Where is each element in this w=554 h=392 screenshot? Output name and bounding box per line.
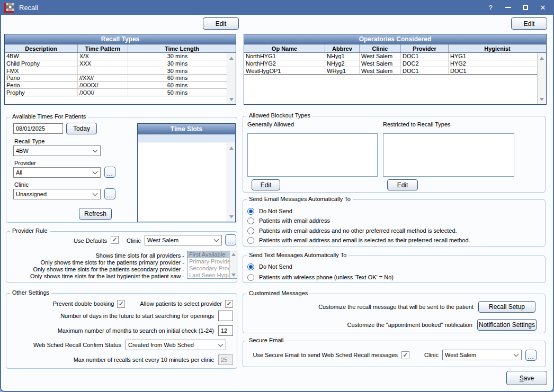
time-slots-title: Time Slots — [138, 124, 235, 134]
email-option-no-other-preferred[interactable]: Patients with email address and no other… — [247, 226, 457, 235]
radio-icon[interactable] — [247, 274, 254, 281]
send-text-group: Send Text Messages Automatically To Do N… — [243, 256, 546, 283]
use-secure-email-checkbox[interactable] — [401, 351, 409, 359]
confirm-status-select[interactable]: Created from Web Sched — [126, 340, 226, 350]
close-icon[interactable]: ✕ — [539, 3, 547, 12]
double-booking-row: Prevent double booking Allow patients to… — [6, 299, 237, 308]
use-defaults-checkbox[interactable] — [111, 236, 119, 244]
time-slots-scrollbar[interactable] — [227, 143, 235, 222]
text-option-do-not-send[interactable]: Do Not Send — [247, 262, 292, 271]
cell-op-name: WestHygOP1 — [244, 67, 325, 74]
scroll-down-icon[interactable] — [230, 272, 237, 278]
email-option-with-address[interactable]: Patients with email address — [247, 216, 330, 225]
radio-selected-icon[interactable] — [247, 263, 254, 270]
restricted-listbox[interactable] — [383, 133, 514, 177]
radio-selected-icon[interactable] — [247, 208, 254, 215]
clinic-select[interactable]: Unassigned — [13, 189, 101, 199]
cell-clinic: West Salem — [360, 67, 401, 74]
scroll-up-icon[interactable] — [230, 251, 237, 258]
secure-email-clinic-picker-button[interactable]: ... — [525, 350, 537, 361]
rule-description: Only shows time slots for the patients s… — [6, 266, 184, 272]
cell-time-length: 60 mins — [128, 75, 227, 81]
confirm-status-label: Web Sched Recall Confirm Status — [33, 342, 121, 348]
cell-description: Pano — [5, 75, 78, 81]
secure-email-clinic-select[interactable]: West Salem — [442, 350, 522, 360]
provider-rule-listbox[interactable]: First Available Primary Provider Seconda… — [187, 251, 237, 279]
email-option-email-preferred[interactable]: Patients with email address and email is… — [247, 236, 470, 244]
provider-select[interactable]: All — [13, 167, 101, 178]
other-settings-group: Other Settings Prevent double booking Al… — [6, 293, 237, 369]
restricted-label: Restricted to Recall Types — [383, 121, 451, 127]
edit-restricted-button[interactable]: Edit — [387, 179, 418, 190]
max-months-input[interactable] — [218, 325, 233, 336]
provider-rule-clinic-select[interactable]: West Salem — [145, 235, 222, 245]
refresh-button[interactable]: Refresh — [79, 208, 112, 220]
table-row[interactable]: Child Prophy XXX 30 mins — [5, 60, 227, 68]
provider-rule-clinic-picker-button[interactable]: ... — [225, 234, 236, 245]
scroll-up-icon[interactable] — [538, 54, 546, 62]
scroll-down-icon[interactable] — [227, 95, 236, 103]
minimize-icon[interactable] — [504, 3, 512, 12]
max-recalls-row: Max number of recalls sent every 10 minu… — [6, 354, 237, 366]
table-row[interactable]: NorthHYG1 NHyg1 West Salem DOC1 HYG1 — [244, 53, 537, 60]
provider-rule-clinic-value: West Salem — [147, 237, 178, 243]
table-row[interactable]: FMX 30 mins — [5, 67, 227, 75]
scroll-down-icon[interactable] — [227, 213, 235, 221]
table-row[interactable]: Prophy /XXX/ 50 mins — [5, 89, 227, 96]
help-icon[interactable]: ? — [487, 3, 494, 12]
recall-type-select[interactable]: 4BW — [13, 145, 101, 156]
operatories-scrollbar[interactable] — [537, 53, 546, 104]
clinic-picker-button[interactable]: ... — [104, 188, 115, 199]
cell-abbrev: WHyg1 — [325, 67, 360, 74]
recall-types-scrollbar[interactable] — [227, 53, 236, 104]
save-button-label: Save — [520, 375, 534, 382]
scroll-up-icon[interactable] — [227, 144, 235, 152]
edit-generally-allowed-button[interactable]: Edit — [252, 179, 280, 190]
generally-allowed-listbox[interactable] — [247, 133, 378, 177]
table-row[interactable]: NorthHYG2 NHyg2 West Salem DOC2 HYG2 — [244, 60, 537, 68]
max-months-label: Maximum number of months to search on in… — [58, 327, 214, 334]
save-button[interactable]: Save — [506, 371, 547, 385]
provider-picker-button[interactable]: ... — [104, 167, 115, 178]
email-option-do-not-send[interactable]: Do Not Send — [247, 207, 292, 215]
radio-icon[interactable] — [247, 227, 254, 234]
cell-hygienist: HYG1 — [449, 53, 537, 60]
text-option-wireless-phone[interactable]: Patients with wireless phone (unless 'Te… — [247, 273, 394, 281]
rule-description: Shows time slots for all providers - — [6, 252, 184, 259]
provider-rule-scrollbar[interactable] — [229, 251, 237, 278]
radio-icon[interactable] — [247, 217, 254, 224]
generally-allowed-label: Generally Allowed — [247, 121, 294, 127]
edit-recall-types-button[interactable]: Edit — [203, 17, 239, 30]
app-icon-grid — [6, 3, 14, 11]
table-row[interactable]: Pano //XX// 60 mins — [5, 75, 227, 82]
days-in-future-input[interactable] — [218, 311, 233, 321]
cell-abbrev: NHyg2 — [325, 60, 360, 67]
edit-operatories-button[interactable]: Edit — [511, 17, 547, 30]
table-row[interactable]: WestHygOP1 WHyg1 West Salem DOC1 DOC1 — [244, 67, 537, 75]
table-row[interactable]: Perio /XXXX/ 60 mins — [5, 82, 227, 89]
allow-select-provider-checkbox[interactable] — [225, 300, 233, 308]
cell-hygienist: DOC1 — [449, 67, 537, 74]
radio-icon[interactable] — [247, 237, 254, 244]
scroll-up-icon[interactable] — [227, 54, 236, 62]
cell-description: FMX — [5, 67, 78, 74]
confirm-status-value: Created from Web Sched — [128, 342, 194, 348]
prevent-double-booking-checkbox[interactable] — [117, 300, 125, 308]
customized-messages-label: Customized Messages — [247, 290, 310, 296]
maximize-icon[interactable] — [522, 3, 529, 12]
cell-op-name: NorthHYG1 — [244, 53, 325, 60]
cell-op-name: NorthHYG2 — [244, 60, 325, 67]
booked-notification-row: Customize the "appointment booked" notif… — [243, 319, 545, 331]
table-row[interactable]: 4BW X/X 30 mins — [5, 53, 227, 60]
recall-setup-button[interactable]: Recall Setup — [478, 301, 535, 313]
date-input[interactable] — [13, 123, 63, 134]
operatories-table: Operatories Considered Op Name Abbrev Cl… — [244, 34, 547, 105]
scroll-down-icon[interactable] — [538, 95, 546, 103]
today-button[interactable]: Today — [66, 123, 97, 134]
secure-email-group: Secure Email Use Secure Email to send We… — [243, 341, 546, 367]
col-abbrev: Abbrev — [325, 44, 360, 52]
cell-time-length: 60 mins — [128, 82, 227, 89]
notification-settings-button[interactable]: Notification Settings — [477, 319, 537, 331]
recall-message-row: Customize the recall message that will b… — [243, 301, 545, 313]
available-times-group: Available Times For Patients Today Recal… — [6, 117, 237, 223]
